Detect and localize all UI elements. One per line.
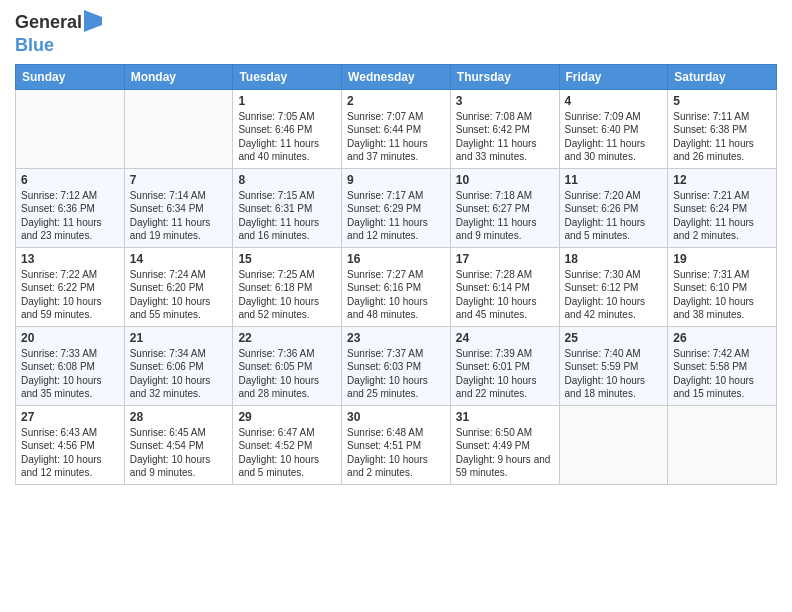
sunrise-text: Sunrise: 7:34 AM xyxy=(130,348,206,359)
sunset-text: Sunset: 6:12 PM xyxy=(565,282,639,293)
cell-info: Sunrise: 7:20 AMSunset: 6:26 PMDaylight:… xyxy=(565,189,663,243)
sunset-text: Sunset: 6:44 PM xyxy=(347,124,421,135)
cell-info: Sunrise: 6:48 AMSunset: 4:51 PMDaylight:… xyxy=(347,426,445,480)
cell-info: Sunrise: 6:50 AMSunset: 4:49 PMDaylight:… xyxy=(456,426,554,480)
cell-info: Sunrise: 7:17 AMSunset: 6:29 PMDaylight:… xyxy=(347,189,445,243)
cell-info: Sunrise: 7:42 AMSunset: 5:58 PMDaylight:… xyxy=(673,347,771,401)
calendar-cell: 11Sunrise: 7:20 AMSunset: 6:26 PMDayligh… xyxy=(559,168,668,247)
calendar-cell: 16Sunrise: 7:27 AMSunset: 6:16 PMDayligh… xyxy=(342,247,451,326)
sunset-text: Sunset: 6:03 PM xyxy=(347,361,421,372)
cell-info: Sunrise: 7:33 AMSunset: 6:08 PMDaylight:… xyxy=(21,347,119,401)
sunset-text: Sunset: 6:26 PM xyxy=(565,203,639,214)
day-header-monday: Monday xyxy=(124,64,233,89)
calendar-cell: 7Sunrise: 7:14 AMSunset: 6:34 PMDaylight… xyxy=(124,168,233,247)
calendar-cell: 30Sunrise: 6:48 AMSunset: 4:51 PMDayligh… xyxy=(342,405,451,484)
cell-info: Sunrise: 7:09 AMSunset: 6:40 PMDaylight:… xyxy=(565,110,663,164)
sunrise-text: Sunrise: 7:09 AM xyxy=(565,111,641,122)
sunset-text: Sunset: 6:38 PM xyxy=(673,124,747,135)
logo-text-general: General xyxy=(15,13,82,33)
sunset-text: Sunset: 6:46 PM xyxy=(238,124,312,135)
daylight-text: Daylight: 11 hours and 33 minutes. xyxy=(456,138,537,163)
week-row-2: 13Sunrise: 7:22 AMSunset: 6:22 PMDayligh… xyxy=(16,247,777,326)
week-row-1: 6Sunrise: 7:12 AMSunset: 6:36 PMDaylight… xyxy=(16,168,777,247)
calendar-cell: 12Sunrise: 7:21 AMSunset: 6:24 PMDayligh… xyxy=(668,168,777,247)
cell-info: Sunrise: 6:47 AMSunset: 4:52 PMDaylight:… xyxy=(238,426,336,480)
daylight-text: Daylight: 10 hours and 38 minutes. xyxy=(673,296,754,321)
day-number: 23 xyxy=(347,331,445,345)
sunset-text: Sunset: 4:49 PM xyxy=(456,440,530,451)
daylight-text: Daylight: 10 hours and 32 minutes. xyxy=(130,375,211,400)
sunset-text: Sunset: 6:18 PM xyxy=(238,282,312,293)
day-number: 28 xyxy=(130,410,228,424)
calendar-cell: 9Sunrise: 7:17 AMSunset: 6:29 PMDaylight… xyxy=(342,168,451,247)
day-header-sunday: Sunday xyxy=(16,64,125,89)
sunset-text: Sunset: 6:31 PM xyxy=(238,203,312,214)
cell-info: Sunrise: 7:37 AMSunset: 6:03 PMDaylight:… xyxy=(347,347,445,401)
day-number: 21 xyxy=(130,331,228,345)
daylight-text: Daylight: 9 hours and 59 minutes. xyxy=(456,454,551,479)
day-number: 19 xyxy=(673,252,771,266)
sunset-text: Sunset: 6:40 PM xyxy=(565,124,639,135)
cell-info: Sunrise: 7:18 AMSunset: 6:27 PMDaylight:… xyxy=(456,189,554,243)
calendar-cell: 4Sunrise: 7:09 AMSunset: 6:40 PMDaylight… xyxy=(559,89,668,168)
header: General Blue xyxy=(15,10,777,56)
sunrise-text: Sunrise: 7:39 AM xyxy=(456,348,532,359)
day-number: 14 xyxy=(130,252,228,266)
sunset-text: Sunset: 6:08 PM xyxy=(21,361,95,372)
calendar-cell: 20Sunrise: 7:33 AMSunset: 6:08 PMDayligh… xyxy=(16,326,125,405)
cell-info: Sunrise: 7:24 AMSunset: 6:20 PMDaylight:… xyxy=(130,268,228,322)
sunrise-text: Sunrise: 7:25 AM xyxy=(238,269,314,280)
cell-info: Sunrise: 7:08 AMSunset: 6:42 PMDaylight:… xyxy=(456,110,554,164)
day-number: 16 xyxy=(347,252,445,266)
day-header-saturday: Saturday xyxy=(668,64,777,89)
daylight-text: Daylight: 10 hours and 2 minutes. xyxy=(347,454,428,479)
day-number: 24 xyxy=(456,331,554,345)
day-number: 18 xyxy=(565,252,663,266)
daylight-text: Daylight: 10 hours and 15 minutes. xyxy=(673,375,754,400)
week-row-4: 27Sunrise: 6:43 AMSunset: 4:56 PMDayligh… xyxy=(16,405,777,484)
cell-info: Sunrise: 7:11 AMSunset: 6:38 PMDaylight:… xyxy=(673,110,771,164)
sunset-text: Sunset: 6:01 PM xyxy=(456,361,530,372)
calendar-cell: 1Sunrise: 7:05 AMSunset: 6:46 PMDaylight… xyxy=(233,89,342,168)
sunrise-text: Sunrise: 7:42 AM xyxy=(673,348,749,359)
calendar-cell: 5Sunrise: 7:11 AMSunset: 6:38 PMDaylight… xyxy=(668,89,777,168)
day-number: 20 xyxy=(21,331,119,345)
day-number: 30 xyxy=(347,410,445,424)
calendar-cell: 2Sunrise: 7:07 AMSunset: 6:44 PMDaylight… xyxy=(342,89,451,168)
day-number: 10 xyxy=(456,173,554,187)
sunrise-text: Sunrise: 6:45 AM xyxy=(130,427,206,438)
calendar-cell: 15Sunrise: 7:25 AMSunset: 6:18 PMDayligh… xyxy=(233,247,342,326)
sunset-text: Sunset: 6:22 PM xyxy=(21,282,95,293)
logo: General Blue xyxy=(15,10,102,56)
sunrise-text: Sunrise: 7:30 AM xyxy=(565,269,641,280)
sunrise-text: Sunrise: 7:22 AM xyxy=(21,269,97,280)
day-number: 1 xyxy=(238,94,336,108)
sunrise-text: Sunrise: 7:37 AM xyxy=(347,348,423,359)
cell-info: Sunrise: 7:22 AMSunset: 6:22 PMDaylight:… xyxy=(21,268,119,322)
sunset-text: Sunset: 6:06 PM xyxy=(130,361,204,372)
calendar-cell: 29Sunrise: 6:47 AMSunset: 4:52 PMDayligh… xyxy=(233,405,342,484)
cell-info: Sunrise: 7:40 AMSunset: 5:59 PMDaylight:… xyxy=(565,347,663,401)
day-header-friday: Friday xyxy=(559,64,668,89)
calendar-cell: 24Sunrise: 7:39 AMSunset: 6:01 PMDayligh… xyxy=(450,326,559,405)
sunrise-text: Sunrise: 7:05 AM xyxy=(238,111,314,122)
sunset-text: Sunset: 4:56 PM xyxy=(21,440,95,451)
cell-info: Sunrise: 7:12 AMSunset: 6:36 PMDaylight:… xyxy=(21,189,119,243)
daylight-text: Daylight: 11 hours and 30 minutes. xyxy=(565,138,646,163)
day-header-thursday: Thursday xyxy=(450,64,559,89)
calendar-cell: 10Sunrise: 7:18 AMSunset: 6:27 PMDayligh… xyxy=(450,168,559,247)
daylight-text: Daylight: 10 hours and 55 minutes. xyxy=(130,296,211,321)
sunset-text: Sunset: 6:42 PM xyxy=(456,124,530,135)
calendar-cell xyxy=(16,89,125,168)
cell-info: Sunrise: 7:31 AMSunset: 6:10 PMDaylight:… xyxy=(673,268,771,322)
cell-info: Sunrise: 7:05 AMSunset: 6:46 PMDaylight:… xyxy=(238,110,336,164)
week-row-0: 1Sunrise: 7:05 AMSunset: 6:46 PMDaylight… xyxy=(16,89,777,168)
sunset-text: Sunset: 4:52 PM xyxy=(238,440,312,451)
sunrise-text: Sunrise: 7:33 AM xyxy=(21,348,97,359)
cell-info: Sunrise: 7:14 AMSunset: 6:34 PMDaylight:… xyxy=(130,189,228,243)
day-number: 9 xyxy=(347,173,445,187)
calendar-cell: 28Sunrise: 6:45 AMSunset: 4:54 PMDayligh… xyxy=(124,405,233,484)
daylight-text: Daylight: 11 hours and 37 minutes. xyxy=(347,138,428,163)
calendar-cell: 25Sunrise: 7:40 AMSunset: 5:59 PMDayligh… xyxy=(559,326,668,405)
cell-info: Sunrise: 7:39 AMSunset: 6:01 PMDaylight:… xyxy=(456,347,554,401)
